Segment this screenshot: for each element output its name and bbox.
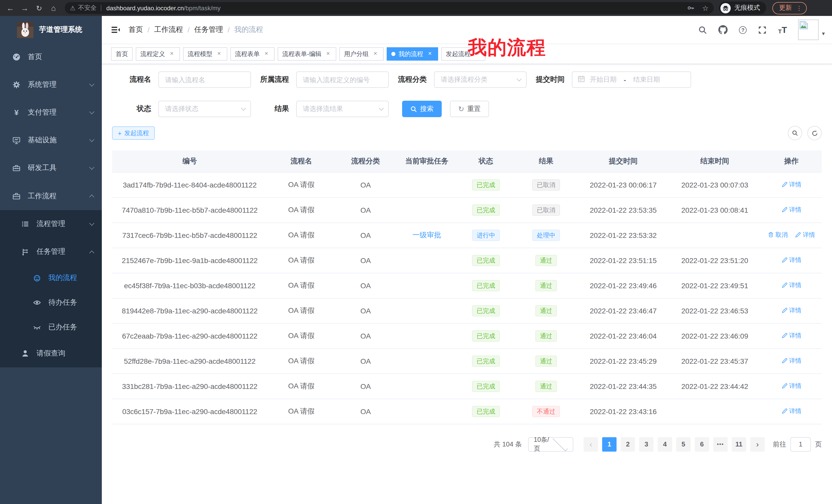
detail-link[interactable]: 详情: [781, 382, 801, 390]
detail-link[interactable]: 详情: [781, 407, 801, 416]
sidebar-item-done-tasks[interactable]: 已办任务: [0, 315, 102, 340]
sidebar-item-task-management[interactable]: 任务管理: [0, 238, 102, 265]
close-icon[interactable]: ×: [215, 50, 223, 58]
pagination-more[interactable]: •••: [713, 437, 728, 451]
caret-down-icon[interactable]: ▾: [822, 30, 825, 37]
browser-update-button[interactable]: 更新 ⋮: [772, 2, 807, 14]
sidebar-item-workflow[interactable]: 工作流程: [0, 182, 102, 210]
font-size-icon[interactable]: TT: [778, 25, 787, 34]
calendar-icon: [577, 75, 585, 85]
status-select[interactable]: 请选择状态: [158, 101, 251, 117]
tab-home[interactable]: 首页×: [111, 47, 133, 61]
fullscreen-icon[interactable]: [758, 25, 767, 34]
help-icon[interactable]: ?: [739, 26, 747, 34]
status-badge: 已完成: [472, 305, 500, 316]
face-icon: [33, 274, 41, 282]
pagination-page[interactable]: 6: [695, 437, 709, 451]
chevron-down-icon: [89, 109, 94, 114]
process-name-input[interactable]: [158, 72, 251, 88]
pencil-icon: [795, 232, 801, 238]
detail-link[interactable]: 详情: [781, 281, 801, 290]
refresh-table-button[interactable]: [807, 126, 822, 140]
owner-process-input[interactable]: [296, 72, 389, 88]
sidebar-item-payment[interactable]: ¥ 支付管理: [0, 99, 102, 127]
pencil-icon: [781, 307, 787, 314]
start-process-button[interactable]: + 发起流程: [112, 127, 155, 140]
toggle-search-button[interactable]: [788, 126, 802, 140]
process-id: 2152467e-7b9b-11ec-9a1b-acde48001122: [112, 248, 267, 273]
bookmark-star-icon[interactable]: ☆: [702, 4, 709, 12]
submit-time: 2022-01-22 23:46:04: [578, 323, 669, 348]
pagination-page[interactable]: 11: [732, 437, 746, 451]
browser-forward-icon[interactable]: →: [18, 4, 32, 12]
process-id: 7317cec6-7b9b-11ec-b5b7-acde48001122: [112, 222, 267, 248]
avatar[interactable]: [798, 20, 819, 40]
sidebar-item-process-management[interactable]: 流程管理: [0, 210, 102, 238]
tab-process-form-edit[interactable]: 流程表单-编辑×: [278, 47, 336, 61]
column-current-task: 当前审批任务: [396, 150, 458, 172]
pagination-page[interactable]: 1: [602, 437, 617, 451]
app-title: 芋道管理系统: [39, 25, 82, 34]
reset-button[interactable]: ↻ 重置: [450, 101, 489, 117]
sidebar-item-todo-tasks[interactable]: 待办任务: [0, 290, 102, 315]
pagination-page[interactable]: 5: [676, 437, 691, 451]
search-button[interactable]: 搜索: [402, 101, 442, 117]
category-select[interactable]: 请选择流程分类: [434, 72, 526, 88]
browser-home-icon[interactable]: ⌂: [46, 4, 61, 12]
next-page-button[interactable]: ›: [750, 437, 765, 451]
close-icon[interactable]: ×: [372, 50, 379, 58]
detail-link[interactable]: 详情: [781, 306, 801, 315]
goto-page-input[interactable]: [790, 437, 811, 451]
browser-menu-icon[interactable]: ⋮: [796, 4, 802, 11]
result-select[interactable]: 请选择流结果: [296, 101, 389, 117]
breadcrumb-workflow[interactable]: 工作流程: [154, 25, 183, 34]
github-icon[interactable]: [719, 25, 728, 34]
close-icon[interactable]: ×: [168, 50, 175, 58]
sidebar-item-home[interactable]: 首页: [0, 43, 102, 71]
password-key-icon[interactable]: [687, 4, 695, 12]
search-icon[interactable]: [699, 25, 707, 34]
submit-time: 2022-01-22 23:43:16: [578, 399, 669, 424]
close-icon[interactable]: ×: [263, 50, 270, 58]
detail-link[interactable]: 详情: [781, 256, 801, 264]
close-icon[interactable]: ×: [426, 50, 434, 58]
prev-page-button[interactable]: ‹: [583, 437, 598, 451]
tab-process-definition[interactable]: 流程定义×: [136, 47, 180, 61]
breadcrumb-task-management[interactable]: 任务管理: [194, 25, 223, 34]
detail-link[interactable]: 详情: [781, 357, 801, 365]
process-name: OA 请假: [267, 222, 335, 248]
tab-process-form[interactable]: 流程表单×: [230, 47, 275, 61]
close-icon[interactable]: ×: [324, 50, 332, 58]
tab-process-model[interactable]: 流程模型×: [183, 47, 227, 61]
end-time: 2022-01-23 00:07:03: [669, 172, 761, 197]
pagination-page[interactable]: 2: [621, 437, 635, 451]
tab-my-process[interactable]: 我的流程×: [387, 47, 438, 61]
current-task-link[interactable]: 一级审批: [412, 230, 441, 239]
sidebar-item-my-process[interactable]: 我的流程: [0, 265, 102, 290]
browser-back-icon[interactable]: ←: [3, 4, 18, 12]
detail-link[interactable]: 详情: [781, 331, 801, 340]
sidebar-item-devtools[interactable]: 研发工具: [0, 154, 102, 182]
detail-link[interactable]: 详情: [795, 231, 815, 240]
current-task: [396, 323, 458, 348]
sidebar-item-infrastructure[interactable]: 基础设施: [0, 127, 102, 154]
submit-time-range-picker[interactable]: 开始日期 - 结束日期: [572, 72, 691, 88]
pagination-page[interactable]: 3: [639, 437, 654, 451]
goto-unit: 页: [815, 440, 822, 449]
cancel-link[interactable]: 取消: [768, 231, 788, 240]
detail-link[interactable]: 详情: [781, 180, 801, 189]
browser-reload-icon[interactable]: ↻: [32, 4, 46, 12]
sidebar-item-leave-query[interactable]: 请假查询: [0, 340, 102, 367]
sidebar-collapse-icon[interactable]: [111, 25, 120, 34]
process-name: OA 请假: [267, 273, 335, 298]
pagination-page[interactable]: 4: [658, 437, 672, 451]
detail-link[interactable]: 详情: [781, 205, 801, 214]
sidebar-item-system[interactable]: 系统管理: [0, 71, 102, 99]
chevron-down-icon: [552, 436, 567, 451]
current-task: [396, 348, 458, 373]
breadcrumb-home[interactable]: 首页: [129, 25, 143, 34]
address-bar[interactable]: ⚠ 不安全 dashboard.yudao.iocoder.cn /bpm/ta…: [65, 2, 714, 14]
page-size-select[interactable]: 10条/页: [528, 437, 573, 451]
tab-user-group[interactable]: 用户分组×: [339, 47, 384, 61]
not-secure-label[interactable]: 不安全: [78, 4, 97, 12]
